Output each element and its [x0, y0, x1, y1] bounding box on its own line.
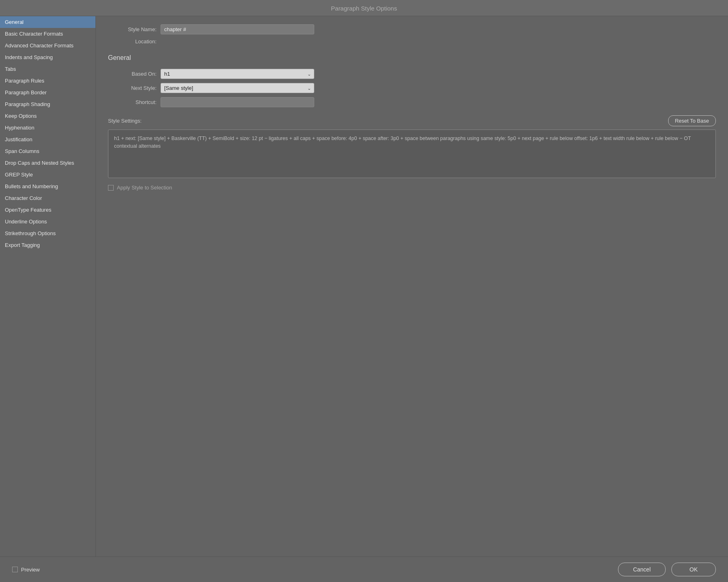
style-settings-label: Style Settings: — [108, 118, 142, 124]
style-settings-text: h1 + next: [Same style] + Baskerville (T… — [114, 136, 691, 149]
sidebar-item-character-color[interactable]: Character Color — [0, 192, 95, 204]
dialog-body: GeneralBasic Character FormatsAdvanced C… — [0, 16, 728, 557]
sidebar: GeneralBasic Character FormatsAdvanced C… — [0, 16, 96, 557]
next-style-select-wrapper: [Same style][No paragraph style][Basic P… — [161, 83, 314, 93]
sidebar-item-keep-options[interactable]: Keep Options — [0, 110, 95, 122]
apply-style-label: Apply Style to Selection — [117, 185, 172, 191]
sidebar-item-drop-caps-and-nested-styles[interactable]: Drop Caps and Nested Styles — [0, 157, 95, 169]
footer-left: Preview — [12, 567, 40, 573]
sidebar-item-paragraph-border[interactable]: Paragraph Border — [0, 87, 95, 98]
based-on-label: Based On: — [108, 71, 157, 77]
ok-button[interactable]: OK — [671, 563, 716, 576]
sidebar-item-basic-character-formats[interactable]: Basic Character Formats — [0, 28, 95, 40]
sidebar-item-advanced-character-formats[interactable]: Advanced Character Formats — [0, 40, 95, 51]
footer-right: Cancel OK — [618, 563, 716, 576]
style-settings-row: Style Settings: Reset To Base — [108, 115, 716, 126]
next-style-label: Next Style: — [108, 85, 157, 91]
based-on-select-wrapper: h1[No paragraph style][Basic Paragraph] … — [161, 69, 314, 79]
apply-style-checkbox[interactable] — [108, 185, 114, 191]
sidebar-item-strikethrough-options[interactable]: Strikethrough Options — [0, 227, 95, 239]
dialog: Paragraph Style Options GeneralBasic Cha… — [0, 0, 728, 582]
style-name-input[interactable] — [161, 24, 314, 34]
based-on-row: Based On: h1[No paragraph style][Basic P… — [108, 69, 716, 79]
shortcut-input[interactable] — [161, 97, 314, 107]
based-on-select[interactable]: h1[No paragraph style][Basic Paragraph] — [161, 69, 314, 79]
style-name-label: Style Name: — [108, 26, 157, 32]
preview-checkbox[interactable] — [12, 567, 18, 572]
sidebar-item-indents-and-spacing[interactable]: Indents and Spacing — [0, 51, 95, 63]
sidebar-item-span-columns[interactable]: Span Columns — [0, 145, 95, 157]
sidebar-item-hyphenation[interactable]: Hyphenation — [0, 122, 95, 134]
location-row: Location: — [108, 38, 716, 45]
sidebar-item-bullets-and-numbering[interactable]: Bullets and Numbering — [0, 181, 95, 192]
sidebar-item-general[interactable]: General — [0, 16, 95, 28]
style-name-row: Style Name: — [108, 24, 716, 34]
style-settings-box: h1 + next: [Same style] + Baskerville (T… — [108, 130, 716, 178]
footer: Preview Cancel OK — [0, 557, 728, 582]
sidebar-item-paragraph-rules[interactable]: Paragraph Rules — [0, 75, 95, 87]
next-style-row: Next Style: [Same style][No paragraph st… — [108, 83, 716, 93]
dialog-title: Paragraph Style Options — [331, 5, 397, 12]
sidebar-item-paragraph-shading[interactable]: Paragraph Shading — [0, 98, 95, 110]
dialog-title-bar: Paragraph Style Options — [0, 0, 728, 16]
reset-to-base-button[interactable]: Reset To Base — [668, 115, 716, 126]
sidebar-item-tabs[interactable]: Tabs — [0, 63, 95, 75]
sidebar-item-opentype-features[interactable]: OpenType Features — [0, 204, 95, 216]
shortcut-row: Shortcut: — [108, 97, 716, 107]
sidebar-item-justification[interactable]: Justification — [0, 134, 95, 145]
apply-style-row: Apply Style to Selection — [108, 185, 716, 191]
next-style-select[interactable]: [Same style][No paragraph style][Basic P… — [161, 83, 314, 93]
cancel-button[interactable]: Cancel — [618, 563, 666, 576]
sidebar-item-underline-options[interactable]: Underline Options — [0, 216, 95, 227]
shortcut-label: Shortcut: — [108, 99, 157, 105]
section-title: General — [108, 54, 716, 62]
sidebar-item-grep-style[interactable]: GREP Style — [0, 169, 95, 181]
sidebar-item-export-tagging[interactable]: Export Tagging — [0, 239, 95, 251]
main-content: Style Name: Location: General Based On: … — [96, 16, 728, 557]
preview-label[interactable]: Preview — [21, 567, 40, 573]
location-label: Location: — [108, 38, 157, 45]
